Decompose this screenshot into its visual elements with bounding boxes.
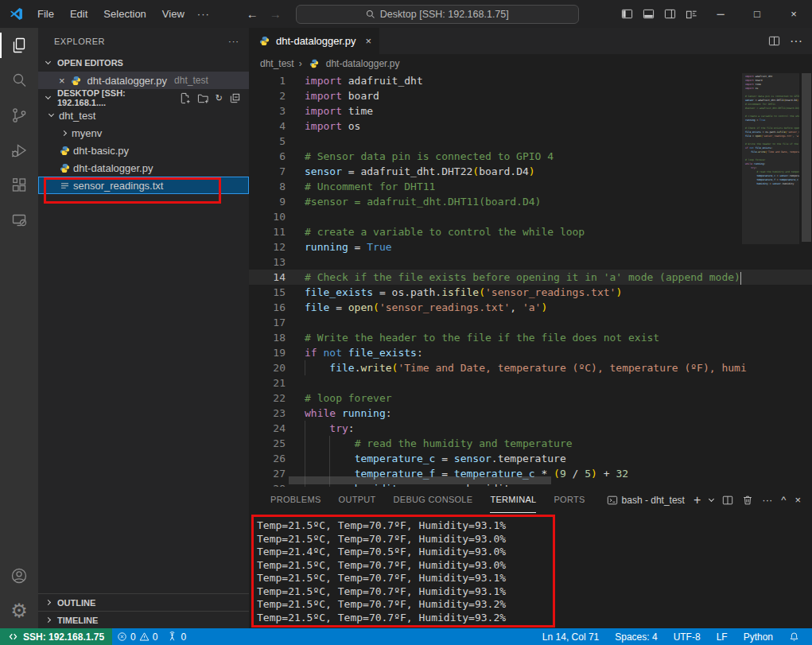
account-icon[interactable] xyxy=(0,558,38,593)
code-line-26[interactable]: 26 temperature_c = sensor.temperature xyxy=(249,451,812,466)
line-number: 14 xyxy=(249,270,286,285)
explorer-icon[interactable] xyxy=(0,28,38,63)
tab-dht-datalogger[interactable]: dht-datalogger.py × xyxy=(249,28,379,54)
breadcrumb-folder[interactable]: dht_test xyxy=(260,58,294,69)
vertical-scrollbar[interactable] xyxy=(802,73,811,242)
kill-terminal-icon[interactable] xyxy=(742,495,753,506)
new-terminal-icon[interactable]: + xyxy=(694,493,701,507)
code-line-22[interactable]: 22# loop forever xyxy=(249,390,812,406)
code-line-23[interactable]: 23while running: xyxy=(249,406,812,421)
code-line-11[interactable]: 11# create a variable to control the whi… xyxy=(249,224,812,239)
tree-item-dht-datalogger.py[interactable]: dht-datalogger.py xyxy=(38,159,249,177)
menu-edit[interactable]: Edit xyxy=(64,6,94,22)
refresh-icon[interactable]: ↻ xyxy=(216,92,223,104)
split-terminal-icon[interactable] xyxy=(722,495,733,506)
code-line-12[interactable]: 12running = True xyxy=(249,239,812,255)
panel-tab-ports[interactable]: PORTS xyxy=(554,487,585,513)
terminal-instance[interactable]: bash - dht_test xyxy=(607,495,685,506)
code-line-10[interactable]: 10 xyxy=(249,209,812,224)
code-line-21[interactable]: 21 xyxy=(249,375,812,390)
code-line-20[interactable]: 20 file.write('Time and Date, temperatur… xyxy=(249,360,812,375)
remote-explorer-icon[interactable] xyxy=(0,203,38,238)
menu-bar: FileEditSelectionView xyxy=(31,6,191,22)
explorer-more-actions-icon[interactable]: ··· xyxy=(228,37,239,46)
notifications-bell-icon[interactable] xyxy=(784,628,804,645)
menu-overflow-icon[interactable]: ··· xyxy=(191,6,216,22)
indentation[interactable]: Spaces: 4 xyxy=(610,628,662,645)
toggle-secondary-sidebar-icon[interactable] xyxy=(659,0,681,28)
open-editors-header[interactable]: OPEN EDITORS xyxy=(38,54,249,72)
extensions-icon[interactable] xyxy=(0,168,38,203)
code-line-6[interactable]: 6# Sensor data pin is connected to GPIO … xyxy=(249,149,812,164)
panel-tab-debug-console[interactable]: DEBUG CONSOLE xyxy=(394,487,473,513)
panel-more-actions-icon[interactable]: ··· xyxy=(762,494,772,506)
search-sidebar-icon[interactable] xyxy=(0,63,38,98)
code-line-13[interactable]: 13 xyxy=(249,255,812,270)
tab-close-icon[interactable]: × xyxy=(365,35,371,47)
code-line-19[interactable]: 19if not file_exists: xyxy=(249,345,812,360)
panel-tab-problems[interactable]: PROBLEMS xyxy=(270,487,321,513)
terminal-output[interactable]: Temp=21.5ºC, Temp=70.7ºF, Humidity=93.1%… xyxy=(249,513,812,628)
code-editor[interactable]: 1import adafruit_dht2import board3import… xyxy=(249,73,812,487)
code-line-16[interactable]: 16file = open('sensor_readings.txt', 'a'… xyxy=(249,300,812,315)
cursor-position[interactable]: Ln 14, Col 71 xyxy=(538,628,604,645)
code-line-8[interactable]: 8# Uncomment for DHT11 xyxy=(249,179,812,194)
code-line-2[interactable]: 2import board xyxy=(249,88,812,103)
maximize-panel-icon[interactable]: ^ xyxy=(781,494,786,506)
code-line-5[interactable]: 5 xyxy=(249,134,812,149)
code-line-3[interactable]: 3import time xyxy=(249,103,812,119)
eol-sequence[interactable]: LF xyxy=(712,628,732,645)
remote-indicator[interactable]: SSH: 192.168.1.75 xyxy=(0,628,112,645)
ports-status[interactable]: 0 xyxy=(162,628,191,645)
problems-status[interactable]: 0 0 xyxy=(112,628,162,645)
new-folder-icon[interactable] xyxy=(197,92,209,104)
new-file-icon[interactable] xyxy=(179,92,191,104)
horizontal-scrollbar[interactable] xyxy=(289,476,551,484)
panel-tab-terminal[interactable]: TERMINAL xyxy=(490,487,536,513)
encoding[interactable]: UTF-8 xyxy=(669,628,705,645)
code-line-1[interactable]: 1import adafruit_dht xyxy=(249,73,812,88)
code-line-7[interactable]: 7sensor = adafruit_dht.DHT22(board.D4) xyxy=(249,164,812,179)
run-debug-icon[interactable] xyxy=(0,133,38,168)
minimize-button[interactable]: ─ xyxy=(702,0,739,28)
nav-back-button[interactable]: ← xyxy=(247,7,258,21)
settings-gear-icon[interactable]: ⚙ xyxy=(0,593,38,628)
command-center[interactable]: Desktop [SSH: 192.168.1.75] xyxy=(296,5,579,24)
breadcrumb-file[interactable]: dht-datalogger.py xyxy=(326,58,400,69)
menu-selection[interactable]: Selection xyxy=(97,6,152,22)
code-line-18[interactable]: 18# Write the header to the file if the … xyxy=(249,330,812,345)
tree-item-dht_test[interactable]: dht_test xyxy=(38,107,249,124)
customize-layout-icon[interactable] xyxy=(681,0,702,28)
terminal-dropdown-icon[interactable] xyxy=(709,499,713,501)
menu-view[interactable]: View xyxy=(156,6,191,22)
language-mode[interactable]: Python xyxy=(739,628,778,645)
tree-item-sensor_readings.txt[interactable]: sensor_readings.txt xyxy=(38,177,249,194)
panel-tab-output[interactable]: OUTPUT xyxy=(339,487,376,513)
source-control-icon[interactable] xyxy=(0,98,38,133)
minimap[interactable]: 1import adafruit_dht2import board3import… xyxy=(742,75,799,266)
tree-item-dht-basic.py[interactable]: dht-basic.py xyxy=(38,142,249,159)
code-line-4[interactable]: 4import os xyxy=(249,119,812,134)
maximize-button[interactable]: □ xyxy=(739,0,775,28)
code-line-25[interactable]: 25 # read the humidity and temperature xyxy=(249,436,812,451)
collapse-all-icon[interactable] xyxy=(229,92,241,104)
code-line-17[interactable]: 17 xyxy=(249,315,812,330)
toggle-panel-icon[interactable] xyxy=(638,0,659,28)
outline-section-header[interactable]: OUTLINE xyxy=(38,593,249,611)
toggle-primary-sidebar-icon[interactable] xyxy=(616,0,638,28)
code-line-15[interactable]: 15file_exists = os.path.isfile('sensor_r… xyxy=(249,285,812,300)
tree-item-myenv[interactable]: myenv xyxy=(38,124,249,142)
close-button[interactable]: × xyxy=(775,0,812,28)
code-line-9[interactable]: 9#sensor = adafruit_dht.DHT11(board.D4) xyxy=(249,194,812,209)
editor-more-actions-icon[interactable]: ··· xyxy=(790,34,802,49)
close-panel-icon[interactable]: × xyxy=(795,494,801,506)
workspace-section-header[interactable]: DESKTOP [SSH: 192.168.1.... ↻ xyxy=(38,89,249,107)
split-editor-icon[interactable] xyxy=(768,35,780,47)
nav-forward-button[interactable]: → xyxy=(270,7,282,21)
code-line-14[interactable]: 14# Check if the file exists before open… xyxy=(249,270,812,285)
open-editor-item[interactable]: × dht-datalogger.py dht_test xyxy=(38,72,249,89)
timeline-section-header[interactable]: TIMELINE xyxy=(38,611,249,628)
code-line-24[interactable]: 24 try: xyxy=(249,421,812,436)
close-editor-icon[interactable]: × xyxy=(59,75,65,87)
menu-file[interactable]: File xyxy=(31,6,60,22)
